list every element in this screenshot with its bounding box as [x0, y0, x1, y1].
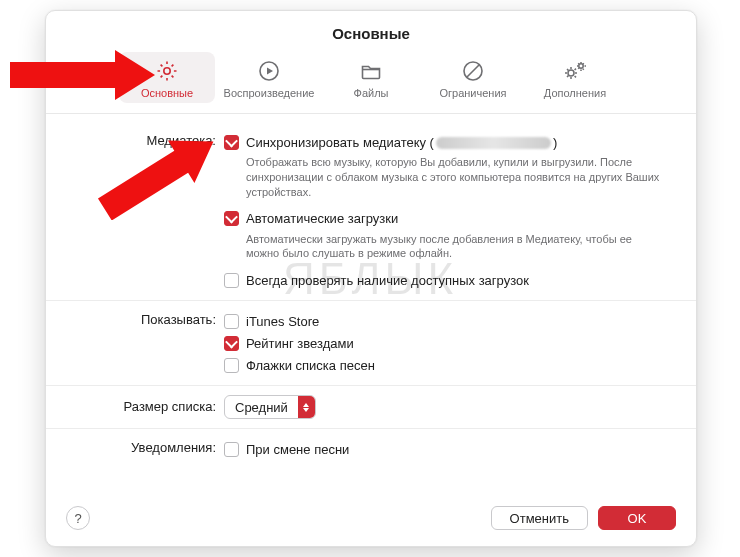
tab-label: Воспроизведение [224, 87, 315, 99]
tab-label: Файлы [354, 87, 389, 99]
tab-label: Дополнения [544, 87, 606, 99]
preferences-body: Медиатека: Синхронизировать медиатеку ()… [46, 114, 696, 463]
tab-general[interactable]: Основные [119, 52, 215, 103]
checkbox-sync-library-label: Синхронизировать медиатеку () [246, 135, 557, 150]
stepper-icon [298, 396, 315, 418]
tab-label: Ограничения [439, 87, 506, 99]
folder-icon [359, 58, 383, 84]
svg-point-3 [568, 70, 574, 76]
select-list-size[interactable]: Средний [224, 395, 316, 419]
checkbox-always-check-downloads[interactable] [224, 273, 239, 288]
tab-restrictions[interactable]: Ограничения [425, 52, 521, 103]
tab-label: Основные [141, 87, 193, 99]
checkbox-star-ratings[interactable] [224, 336, 239, 351]
checkbox-auto-downloads-label: Автоматические загрузки [246, 211, 398, 226]
svg-point-0 [164, 68, 170, 74]
checkbox-on-song-change-label: При смене песни [246, 442, 349, 457]
checkbox-auto-downloads[interactable] [224, 211, 239, 226]
help-button[interactable]: ? [66, 506, 90, 530]
section-label-library: Медиатека: [68, 131, 224, 148]
play-circle-icon [257, 58, 281, 84]
checkbox-itunes-store-label: iTunes Store [246, 314, 319, 329]
tab-files[interactable]: Файлы [323, 52, 419, 103]
section-label-list-size: Размер списка: [68, 395, 224, 414]
checkbox-on-song-change[interactable] [224, 442, 239, 457]
redacted-account [436, 137, 551, 149]
select-list-size-value: Средний [235, 400, 298, 415]
checkbox-song-flags-label: Флажки списка песен [246, 358, 375, 373]
sync-library-description: Отображать всю музыку, которую Вы добави… [224, 153, 674, 208]
tab-advanced[interactable]: Дополнения [527, 52, 623, 103]
preferences-toolbar: Основные Воспроизведение [46, 52, 696, 114]
checkbox-always-check-downloads-label: Всегда проверять наличие доступных загру… [246, 273, 529, 288]
svg-point-4 [579, 64, 583, 68]
prohibit-icon [461, 58, 485, 84]
gears-icon [562, 58, 588, 84]
section-label-notifications: Уведомления: [68, 438, 224, 455]
preferences-window: Основные Основные Воспрои [45, 10, 697, 547]
divider [46, 385, 696, 386]
auto-downloads-description: Автоматически загружать музыку после доб… [224, 230, 674, 270]
cancel-button[interactable]: Отменить [491, 506, 588, 530]
checkbox-star-ratings-label: Рейтинг звездами [246, 336, 354, 351]
divider [46, 300, 696, 301]
checkbox-song-flags[interactable] [224, 358, 239, 373]
divider [46, 428, 696, 429]
footer: ? Отменить OK [46, 492, 696, 546]
checkbox-sync-library[interactable] [224, 135, 239, 150]
ok-button[interactable]: OK [598, 506, 676, 530]
section-label-show: Показывать: [68, 310, 224, 327]
tab-playback[interactable]: Воспроизведение [221, 52, 317, 103]
checkbox-itunes-store[interactable] [224, 314, 239, 329]
gear-icon [155, 58, 179, 84]
window-title: Основные [46, 11, 696, 52]
